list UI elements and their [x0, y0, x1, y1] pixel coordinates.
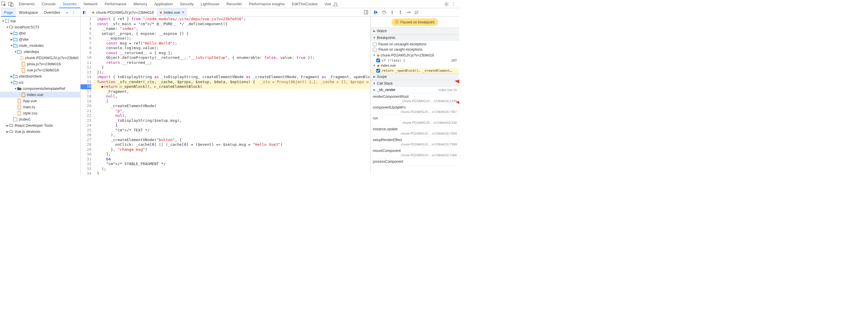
line-number[interactable]: 31: [81, 157, 91, 162]
line-number[interactable]: 29: [81, 147, 91, 152]
line-number[interactable]: 24: [81, 123, 91, 128]
code-line[interactable]: }, "change msg"): [94, 147, 370, 152]
callstack-frame[interactable]: runchunk-PD2AWGJV.…v=23bfe016:430: [370, 115, 459, 126]
checkbox[interactable]: [376, 59, 380, 62]
callstack-frame[interactable]: instance.updatechunk-PD2AWGJV.…v=23bfe01…: [370, 126, 459, 137]
line-number[interactable]: 18: [81, 94, 91, 99]
line-number[interactable]: 22: [81, 113, 91, 118]
line-number[interactable]: 26: [81, 133, 91, 138]
file-tab[interactable]: ◆index.vue×: [157, 8, 187, 17]
tree-item[interactable]: main.ts: [0, 104, 80, 110]
code-line[interactable]: _toDisplayString($setup.msg),: [94, 118, 370, 123]
tree-item[interactable]: style.css: [0, 110, 80, 116]
code-line[interactable]: console.log(msg.value);: [94, 46, 370, 51]
line-number[interactable]: 20: [81, 104, 91, 108]
code-line[interactable]: null,: [94, 113, 370, 118]
code-line[interactable]: }: [94, 171, 370, 175]
line-number[interactable]: 3: [81, 22, 91, 27]
inspect-icon[interactable]: [1, 1, 6, 7]
step-out-icon[interactable]: [398, 10, 403, 14]
devtools-tab-network[interactable]: Network: [80, 0, 101, 8]
step-into-icon[interactable]: [390, 10, 395, 14]
bp-option[interactable]: Pause on caught exceptions: [370, 47, 459, 52]
line-number[interactable]: 30: [81, 152, 91, 157]
file-nav-icon[interactable]: ◧: [83, 10, 87, 14]
bp-file-group[interactable]: ▼◆index.vue: [370, 63, 459, 68]
close-icon[interactable]: ×: [182, 8, 184, 17]
code-line[interactable]: );: [94, 167, 370, 171]
callstack-frame[interactable]: processComponent: [370, 158, 459, 166]
line-number[interactable]: 17: [81, 89, 91, 94]
devtools-tab-console[interactable]: Console: [38, 0, 59, 8]
step-icon[interactable]: [406, 10, 411, 14]
bp-entry[interactable]: if (!lazy) {107: [370, 58, 459, 63]
callstack-frame[interactable]: mountComponentchunk-PD2AWGJV.…v=23bfe016…: [370, 147, 459, 158]
code-line[interactable]: });: [94, 70, 370, 75]
tree-item[interactable]: ▼localhost:5173: [0, 24, 80, 30]
checkbox[interactable]: [373, 42, 377, 46]
line-number[interactable]: 33: [81, 167, 91, 171]
checkbox[interactable]: [376, 69, 380, 73]
devtools-tab-performance[interactable]: Performance: [101, 0, 130, 8]
code-line[interactable]: null,: [94, 94, 370, 99]
line-number[interactable]: 9: [81, 51, 91, 56]
breakpoints-header[interactable]: ▼Breakpoints: [370, 35, 459, 41]
tree-item[interactable]: ▶vite/dist/client: [0, 73, 80, 79]
bp-entry[interactable]: return _openBlock(), _createElement…: [370, 68, 459, 73]
devtools-tab-recorder[interactable]: Recorder: [223, 0, 245, 8]
code-line[interactable]: 1: [94, 123, 370, 128]
line-number[interactable]: 10: [81, 55, 91, 60]
line-number[interactable]: 25: [81, 128, 91, 133]
code-line[interactable]: function _sfc_render(_ctx, _cache, $prop…: [94, 79, 370, 85]
line-number[interactable]: 8: [81, 46, 91, 51]
callstack-frame[interactable]: renderComponentRootchunk-PD2AWGJV.…=23bf…: [370, 93, 459, 104]
code-line[interactable]: const __returned__ = { msg };: [94, 51, 370, 56]
tree-item[interactable]: ▼src: [0, 79, 80, 86]
line-number[interactable]: 23: [81, 118, 91, 123]
watch-header[interactable]: ▶Watch: [370, 28, 459, 34]
tree-item[interactable]: ▶Vue.js devtools: [0, 129, 80, 135]
devtools-tab-sources[interactable]: Sources: [59, 0, 80, 8]
tree-item[interactable]: App.vue: [0, 98, 80, 104]
line-number[interactable]: 11: [81, 60, 91, 65]
tree-item[interactable]: chunk-PD2AWGJV.js?v=23bfe0: [0, 55, 80, 61]
callstack-frame[interactable]: setupRenderEffectchunk-PD2AWGJV.…v=23bfe…: [370, 137, 459, 147]
code-line[interactable]: import { ref } from "/node_modules/.vite…: [94, 17, 370, 22]
code-line[interactable]: __name: "index",: [94, 26, 370, 31]
tree-item[interactable]: ▼components/templateRef: [0, 86, 80, 92]
line-number[interactable]: 6: [81, 36, 91, 41]
code-line[interactable]: ],: [94, 152, 370, 157]
code-line[interactable]: "p",: [94, 108, 370, 113]
devtools-tab-security[interactable]: Security: [176, 0, 197, 8]
navigator-tab-overrides[interactable]: Overrides: [41, 8, 63, 17]
line-number[interactable]: 13: [81, 70, 91, 75]
line-number[interactable]: 4: [81, 26, 91, 31]
tree-item[interactable]: pinia.js?v=23bfe016: [0, 61, 80, 67]
code-line[interactable]: return __returned__;: [94, 60, 370, 65]
resume-icon[interactable]: [373, 10, 378, 14]
tree-item[interactable]: ▼.vite/deps: [0, 48, 80, 55]
tree-item[interactable]: ▶@vite: [0, 36, 80, 42]
navigator-tab-page[interactable]: Page: [1, 8, 16, 17]
code-line[interactable]: [: [94, 99, 370, 104]
code-line[interactable]: 64: [94, 157, 370, 162]
code-line[interactable]: "cm">/* STABLE_FRAGMENT */: [94, 162, 370, 167]
checkbox[interactable]: [373, 48, 377, 52]
devtools-tab-vue[interactable]: Vue: [321, 0, 335, 8]
line-number[interactable]: 21: [81, 108, 91, 113]
tree-item[interactable]: vue.js?v=23bfe016: [0, 67, 80, 73]
line-number[interactable]: 12: [81, 65, 91, 70]
code-line[interactable]: _createElementVNode(: [94, 104, 370, 108]
kebab-icon[interactable]: ⋮: [71, 10, 76, 15]
line-number[interactable]: 28: [81, 142, 91, 147]
line-number[interactable]: 7: [81, 41, 91, 46]
line-number[interactable]: 14: [81, 75, 91, 79]
code-line[interactable]: Object.defineProperty(__returned__, "__i…: [94, 55, 370, 60]
devtools-tab-application[interactable]: Application: [151, 0, 177, 8]
kebab-icon[interactable]: ⋮: [451, 1, 456, 7]
step-over-icon[interactable]: [381, 10, 386, 14]
code-line[interactable]: ▶return ▷_openBlock(), ▷_createElementBl…: [94, 84, 370, 89]
code-line[interactable]: const msg = ref("Hello World");: [94, 41, 370, 46]
chevrons-icon[interactable]: »: [64, 10, 70, 15]
scope-header[interactable]: ▶Scope: [370, 73, 459, 80]
